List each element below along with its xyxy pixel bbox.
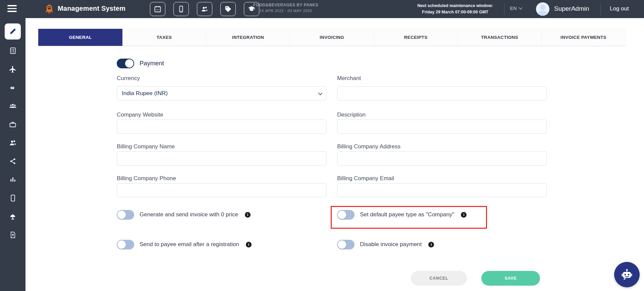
sidebar-item-business[interactable] (0, 115, 25, 134)
share-icon (9, 157, 17, 165)
billing-company-phone-label: Billing Company Phone (117, 175, 176, 182)
main-content: GENERAL TAXES INTEGRATION INVOICING RECE… (25, 18, 644, 291)
generate-zero-invoice-label: Generate and send invoice with 0 price (140, 211, 238, 218)
tab-invoicing[interactable]: INVOICING (290, 29, 374, 46)
tab-invoice-payments[interactable]: INVOICE PAYMENTS (542, 29, 626, 46)
tab-transactions[interactable]: TRANSACTIONS (458, 29, 542, 46)
sidebar-item-deals[interactable] (0, 78, 25, 97)
sidebar-item-devices[interactable] (0, 189, 25, 207)
sidebar-item-reports[interactable] (0, 170, 25, 189)
info-icon[interactable] (428, 242, 434, 247)
organization-name: FOOD&BEVERAGES BY PANKS (235, 3, 336, 7)
billing-company-address-label: Billing Company Address (337, 143, 400, 150)
users-button[interactable] (197, 2, 212, 16)
disable-invoice-payment-row: Disable invoice payment (337, 239, 434, 249)
sidebar-item-orders[interactable] (0, 42, 25, 60)
active-nav-tile (5, 23, 21, 40)
description-label: Description (337, 112, 366, 118)
organization-info: FOOD&BEVERAGES BY PANKS 15 APR 2022 - 03… (235, 3, 336, 13)
tab-general[interactable]: GENERAL (38, 29, 122, 46)
calendar-button[interactable] (150, 2, 165, 16)
billing-company-name-input[interactable] (117, 151, 326, 165)
billing-company-name-label: Billing Company Name (117, 143, 175, 150)
logout-button[interactable]: Log out (610, 5, 629, 12)
organization-dates: 15 APR 2022 - 03 MAY 2025 (235, 9, 336, 13)
sidebar-item-reception[interactable] (0, 207, 25, 226)
language-label: EN (510, 5, 517, 11)
app-title: Management System (58, 5, 125, 12)
send-payee-email-label: Send to payee email after a registration (140, 241, 239, 248)
cancel-button[interactable]: CANCEL (411, 271, 467, 286)
billing-company-phone-input[interactable] (117, 183, 326, 197)
briefcase-icon (9, 121, 17, 129)
info-icon[interactable] (246, 242, 252, 247)
left-sidebar (0, 18, 25, 291)
tag-button[interactable] (220, 2, 236, 16)
tag-icon (224, 5, 232, 13)
robot-icon (619, 267, 635, 283)
tab-receipts[interactable]: RECEIPTS (374, 29, 458, 46)
header-divider (504, 3, 504, 15)
mobile-device-icon (177, 5, 185, 13)
mobile-device-button[interactable] (173, 2, 189, 16)
avatar[interactable] (536, 2, 549, 16)
currency-select[interactable]: India Rupee (INR) (117, 86, 326, 100)
billing-company-address-input[interactable] (337, 151, 547, 165)
sidebar-item-edit[interactable] (0, 21, 25, 42)
users-icon (201, 5, 209, 13)
handshake-icon (9, 84, 17, 92)
chevron-down-icon (318, 91, 323, 95)
user-group-icon (9, 102, 17, 110)
top-header: Management System (0, 0, 644, 18)
sidebar-item-travel[interactable] (0, 60, 25, 78)
merchant-input[interactable] (337, 86, 547, 100)
default-payee-company-toggle[interactable] (337, 210, 355, 220)
send-payee-email-row: Send to payee email after a registration (117, 239, 252, 249)
settings-tabs: GENERAL TAXES INTEGRATION INVOICING RECE… (38, 29, 626, 46)
company-website-input[interactable] (117, 120, 326, 134)
info-icon[interactable] (245, 212, 251, 218)
maintenance-line2: Friday 29 March 07:00-09:00 GMT (412, 9, 499, 15)
description-input[interactable] (337, 120, 547, 134)
currency-value: India Rupee (INR) (122, 90, 168, 97)
airplane-icon (9, 65, 17, 73)
two-users-icon (9, 139, 17, 147)
default-payee-company-label: Set default payee type as "Company" (360, 211, 454, 218)
disable-invoice-payment-label: Disable invoice payment (360, 241, 422, 248)
hamburger-menu-icon[interactable] (7, 5, 17, 13)
chatbot-button[interactable] (614, 262, 640, 287)
maintenance-notice: Next scheduled maintenance window: Frida… (412, 3, 499, 16)
default-payee-company-row: Set default payee type as "Company" (337, 210, 467, 220)
list-icon (9, 47, 17, 55)
send-payee-email-toggle[interactable] (117, 240, 134, 249)
billing-company-email-input[interactable] (337, 183, 547, 197)
disable-invoice-payment-toggle[interactable] (337, 240, 355, 249)
payment-toggle[interactable] (117, 59, 134, 68)
sidebar-item-file-upload[interactable] (0, 226, 25, 244)
sidebar-item-customers[interactable] (0, 134, 25, 152)
sidebar-item-user-group[interactable] (0, 97, 25, 115)
header-divider (600, 3, 601, 15)
tablet-icon (9, 194, 17, 202)
company-website-label: Company Website (117, 112, 163, 118)
tab-integration[interactable]: INTEGRATION (206, 29, 290, 46)
language-selector[interactable]: EN (510, 5, 522, 11)
calendar-icon (154, 5, 162, 13)
payment-toggle-row: Payment (117, 58, 164, 68)
file-upload-icon (9, 231, 17, 239)
pencil-icon (9, 27, 17, 35)
tab-taxes[interactable]: TAXES (122, 29, 206, 46)
merchant-label: Merchant (337, 75, 361, 82)
bell-stand-icon (9, 213, 17, 221)
generate-zero-invoice-row: Generate and send invoice with 0 price (117, 210, 251, 220)
payment-toggle-label: Payment (140, 60, 164, 67)
maintenance-line1: Next scheduled maintenance window: (412, 3, 499, 9)
save-button[interactable]: SAVE (481, 271, 540, 286)
app-logo-icon (43, 3, 56, 15)
user-name: SuperAdmin (554, 5, 589, 12)
info-icon[interactable] (461, 212, 467, 218)
generate-zero-invoice-toggle[interactable] (117, 210, 134, 220)
app-root: Management System (0, 0, 644, 291)
sidebar-item-share[interactable] (0, 152, 25, 170)
currency-label: Currency (117, 75, 140, 82)
